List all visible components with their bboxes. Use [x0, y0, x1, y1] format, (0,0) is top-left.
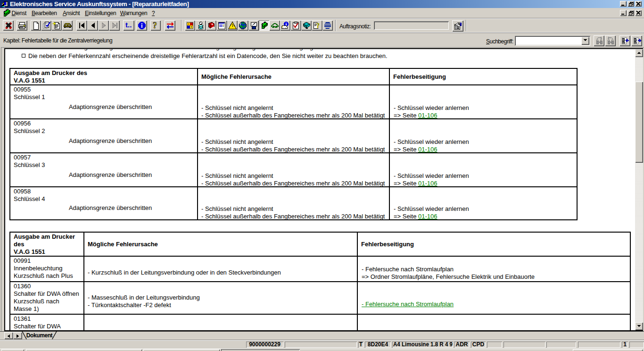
vertical-scrollbar[interactable]: [635, 49, 643, 330]
taskbar-button[interactable]: [1, 349, 24, 351]
document-check-button[interactable]: [41, 20, 51, 31]
exit-icon: [3, 21, 14, 30]
scroll-down-button[interactable]: [635, 322, 643, 330]
cell-text: Innenbeleuchtung: [14, 265, 62, 272]
search-next-button[interactable]: [605, 35, 616, 46]
cell-text: Adaptionsgrenze überschritten: [69, 103, 152, 110]
mdi-close-button[interactable]: [635, 10, 642, 16]
menu-ansicht[interactable]: Ansicht: [60, 10, 83, 17]
warning-button[interactable]: [227, 20, 238, 31]
window-title: Elektronisches Service Auskunftssystem -…: [10, 0, 189, 8]
new-wizard-button[interactable]: [51, 20, 62, 31]
books-button[interactable]: [301, 20, 312, 31]
document-list-button[interactable]: [216, 20, 227, 31]
menu-einstellungen[interactable]: Einstellungen: [82, 10, 119, 17]
text-line: - Schlüssel wieder anlernen: [394, 138, 574, 146]
scroll-up-button[interactable]: [635, 49, 643, 57]
mdi-restore-button[interactable]: [627, 10, 634, 16]
taskbar-button-active[interactable]: [221, 349, 300, 351]
striped-globe-button[interactable]: [322, 20, 333, 31]
cell-text: Schlüssel 2: [14, 127, 45, 134]
scrolled-off-line: Die Fehlertabelle zeigt die möglichen Fe…: [28, 49, 313, 51]
cell-text: 01361: [14, 315, 31, 322]
mosaic-button[interactable]: [185, 20, 195, 31]
menu-bearbeiten[interactable]: Bearbeiten: [29, 10, 60, 17]
text-line: - Schlüssel außerhalb des Fangbereiches …: [201, 112, 386, 119]
first-button[interactable]: [76, 20, 87, 31]
status-cell-empty: [546, 342, 576, 348]
swap-button[interactable]: [165, 20, 175, 31]
taskbar-button[interactable]: [26, 349, 142, 351]
text-line: Schlüssel 4: [14, 195, 194, 203]
last-button[interactable]: [109, 20, 120, 31]
clipboard-button[interactable]: [290, 20, 301, 31]
restore-button[interactable]: [627, 1, 634, 7]
menu-dienst[interactable]: Dienst: [9, 10, 29, 17]
new-document-button[interactable]: [31, 20, 41, 31]
tab-scroll-right-button[interactable]: [13, 332, 22, 339]
tab-dokument[interactable]: Dokument: [22, 331, 57, 339]
taskbar-button[interactable]: [143, 349, 220, 351]
fault-table-2: Ausgabe am DruckerdesV.A.G 1551Mögliche …: [9, 232, 631, 330]
text-line: - Schlüssel nicht angelernt: [201, 138, 386, 146]
menu-?[interactable]: ?: [149, 10, 157, 17]
suchbegriff-combobox[interactable]: [515, 36, 590, 46]
menu-warnungen[interactable]: Warnungen: [117, 10, 150, 17]
vehicle-button[interactable]: [62, 20, 73, 31]
next-button[interactable]: [98, 20, 109, 31]
cell-text: Kurzschluß nach Plus: [14, 272, 73, 279]
jump-back-button[interactable]: t..: [123, 20, 134, 31]
text-line: - Fehlersuche nach Stromlaufplan: [362, 301, 627, 308]
text-line: => Seite 01-106: [394, 146, 574, 153]
exit-button[interactable]: [3, 20, 14, 31]
table-header-cell: Ausgabe am DruckerdesV.A.G 1551: [10, 232, 84, 256]
close-button[interactable]: [635, 1, 642, 7]
help-button[interactable]: ?: [150, 20, 161, 31]
section-next-button[interactable]: [631, 35, 642, 46]
note-edit-button[interactable]: [452, 20, 463, 32]
red-book-button[interactable]: [206, 20, 216, 31]
globe-button[interactable]: [238, 20, 248, 31]
print-button[interactable]: [17, 20, 27, 31]
text-line: Schlüssel 1: [14, 93, 194, 101]
info-button[interactable]: [136, 20, 147, 31]
text-line: Schalter für DWA: [14, 323, 81, 330]
table-header-cell: Mögliche Fehlerursache: [198, 68, 389, 85]
cell-text: V.A.G 1551: [14, 77, 45, 84]
car-info-button[interactable]: [280, 20, 290, 31]
gauge-button[interactable]: [248, 20, 259, 31]
minimize-button[interactable]: [620, 1, 627, 7]
scrollbar-thumb[interactable]: [635, 82, 643, 163]
text-line: - Fehlersuche nach Stromlaufplan: [362, 266, 627, 273]
car-outline-button[interactable]: [269, 20, 280, 31]
suchbegriff-input[interactable]: [515, 36, 590, 46]
text-line: Kurzschluß nach: [14, 298, 81, 305]
tab-bar-edge: [0, 331, 644, 332]
text-line: => Seite 01-106: [394, 180, 574, 187]
green-link[interactable]: 01-106: [418, 146, 437, 153]
document-view[interactable]: Die Fehlertabelle zeigt die möglichen Fe…: [5, 49, 635, 330]
tab-scroll-left-button[interactable]: [4, 332, 13, 339]
green-link[interactable]: 01-106: [418, 213, 437, 220]
auftragsnotiz-input[interactable]: [374, 21, 449, 30]
green-link[interactable]: 01-106: [418, 180, 437, 187]
status-cell-empty: [629, 342, 644, 348]
cell-text: - Türkontaktschalter -F2 defekt: [88, 301, 171, 309]
repair-guide-button[interactable]: [259, 20, 269, 31]
search-previous-button[interactable]: [594, 35, 604, 46]
previous-button[interactable]: [87, 20, 98, 31]
text-line: - Türkontaktschalter -F2 defekt: [88, 301, 354, 309]
combo-dropdown-button[interactable]: [581, 37, 589, 45]
section-previous-button[interactable]: [619, 35, 630, 46]
mdi-minimize-button[interactable]: [620, 10, 627, 16]
document-question-button[interactable]: ?: [312, 20, 322, 31]
nav-last-icon: [109, 21, 120, 30]
cell-text: => Seite: [394, 213, 418, 220]
green-link[interactable]: 01-106: [418, 112, 437, 119]
cell-text: Schlüssel 4: [14, 195, 45, 202]
text-line: Fehlerbeseitigung: [393, 73, 574, 81]
cell-text: - Schlüssel wieder anlernen: [394, 104, 469, 111]
green-link[interactable]: - Fehlersuche nach Stromlaufplan: [362, 301, 454, 308]
customer-button[interactable]: [195, 20, 206, 31]
status-cell-adr: ADR: [454, 342, 470, 348]
